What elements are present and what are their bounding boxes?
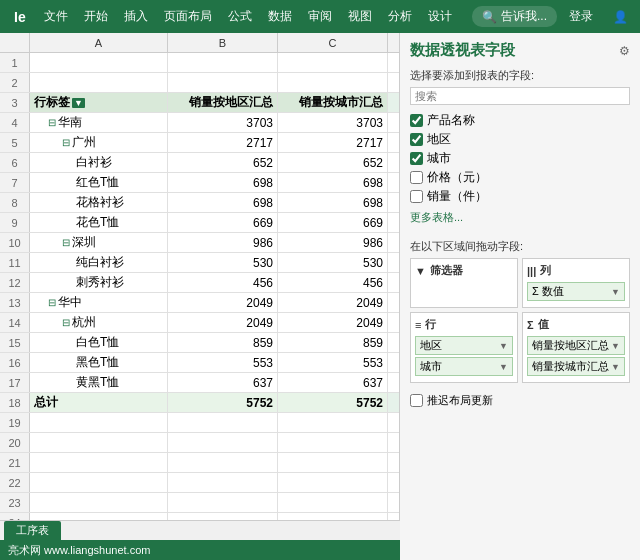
cell-a[interactable] <box>30 453 168 472</box>
fields-search-input[interactable] <box>410 87 630 105</box>
cell-b[interactable]: 652 <box>168 153 278 172</box>
cell-b[interactable]: 2049 <box>168 313 278 332</box>
cell-b[interactable]: 859 <box>168 333 278 352</box>
filter-button[interactable]: ▼ <box>72 98 85 108</box>
gear-icon[interactable]: ⚙ <box>619 44 630 58</box>
dropdown-arrow-icon[interactable]: ▼ <box>611 341 620 351</box>
user-icon[interactable]: 👤 <box>605 10 636 24</box>
cell-a[interactable]: 花格衬衫 <box>30 193 168 212</box>
cell-b[interactable]: 553 <box>168 353 278 372</box>
cell-a[interactable] <box>30 73 168 92</box>
cell-c[interactable]: 2049 <box>278 313 388 332</box>
cell-b[interactable] <box>168 53 278 72</box>
cell-b[interactable] <box>168 413 278 432</box>
cell-a[interactable]: 白衬衫 <box>30 153 168 172</box>
menu-file[interactable]: 文件 <box>36 0 76 33</box>
cell-c[interactable]: 5752 <box>278 393 388 412</box>
cell-c[interactable] <box>278 473 388 492</box>
cell-a[interactable]: 红色T恤 <box>30 173 168 192</box>
cell-c[interactable]: 530 <box>278 253 388 272</box>
cell-b[interactable] <box>168 493 278 512</box>
cell-a[interactable] <box>30 493 168 512</box>
cell-c[interactable] <box>278 53 388 72</box>
cell-b[interactable]: 698 <box>168 173 278 192</box>
cell-b[interactable]: 637 <box>168 373 278 392</box>
menu-layout[interactable]: 页面布局 <box>156 0 220 33</box>
drag-zone-item[interactable]: 城市▼ <box>415 357 513 376</box>
cell-c[interactable]: 698 <box>278 173 388 192</box>
cell-a[interactable]: ⊟华南 <box>30 113 168 132</box>
drag-zone-item[interactable]: Σ 数值▼ <box>527 282 625 301</box>
more-tables-link[interactable]: 更多表格... <box>410 210 630 225</box>
dropdown-arrow-icon[interactable]: ▼ <box>611 362 620 372</box>
drag-zone-rows[interactable]: ≡行地区▼城市▼ <box>410 312 518 383</box>
drag-zone-values[interactable]: Σ值销量按地区汇总▼销量按城市汇总▼ <box>522 312 630 383</box>
cell-b[interactable]: 2049 <box>168 293 278 312</box>
cell-b[interactable]: 698 <box>168 193 278 212</box>
cell-b[interactable]: 2717 <box>168 133 278 152</box>
cell-a[interactable]: ⊟杭州 <box>30 313 168 332</box>
field-checkbox[interactable] <box>410 171 423 184</box>
collapse-btn[interactable]: ⊟ <box>62 137 70 148</box>
cell-c[interactable] <box>278 493 388 512</box>
cell-a[interactable]: 黄黑T恤 <box>30 373 168 392</box>
dropdown-arrow-icon[interactable]: ▼ <box>499 341 508 351</box>
cell-b[interactable]: 669 <box>168 213 278 232</box>
cell-a[interactable]: 行标签 ▼ <box>30 93 168 112</box>
cell-a[interactable]: 总计 <box>30 393 168 412</box>
menu-formula[interactable]: 公式 <box>220 0 260 33</box>
cell-a[interactable]: 纯白衬衫 <box>30 253 168 272</box>
cell-c[interactable] <box>278 73 388 92</box>
cell-a[interactable]: ⊟华中 <box>30 293 168 312</box>
cell-a[interactable]: 黑色T恤 <box>30 353 168 372</box>
cell-a[interactable] <box>30 413 168 432</box>
menu-design[interactable]: 设计 <box>420 0 460 33</box>
field-checkbox[interactable] <box>410 133 423 146</box>
cell-c[interactable]: 3703 <box>278 113 388 132</box>
field-checkbox[interactable] <box>410 114 423 127</box>
cell-a[interactable]: 刺秀衬衫 <box>30 273 168 292</box>
cell-c[interactable]: 698 <box>278 193 388 212</box>
cell-a[interactable]: 白色T恤 <box>30 333 168 352</box>
menu-data[interactable]: 数据 <box>260 0 300 33</box>
menu-view[interactable]: 视图 <box>340 0 380 33</box>
cell-c[interactable]: 859 <box>278 333 388 352</box>
cell-a[interactable] <box>30 433 168 452</box>
sheet-tab[interactable]: 工序表 <box>4 521 61 540</box>
menu-analysis[interactable]: 分析 <box>380 0 420 33</box>
cell-c[interactable]: 销量按城市汇总 <box>278 93 388 112</box>
cell-a[interactable]: 花色T恤 <box>30 213 168 232</box>
login-button[interactable]: 登录 <box>561 8 601 25</box>
dropdown-arrow-icon[interactable]: ▼ <box>611 287 620 297</box>
cell-c[interactable]: 637 <box>278 373 388 392</box>
menu-home[interactable]: 开始 <box>76 0 116 33</box>
cell-b[interactable] <box>168 433 278 452</box>
cell-a[interactable]: ⊟深圳 <box>30 233 168 252</box>
drag-zone-item[interactable]: 销量按城市汇总▼ <box>527 357 625 376</box>
cell-c[interactable] <box>278 453 388 472</box>
drag-zone-filter[interactable]: ▼筛选器 <box>410 258 518 308</box>
cell-c[interactable]: 456 <box>278 273 388 292</box>
field-checkbox[interactable] <box>410 190 423 203</box>
drag-zone-item[interactable]: 地区▼ <box>415 336 513 355</box>
cell-b[interactable]: 3703 <box>168 113 278 132</box>
cell-b[interactable] <box>168 453 278 472</box>
cell-b[interactable]: 销量按地区汇总 <box>168 93 278 112</box>
cell-b[interactable]: 456 <box>168 273 278 292</box>
cell-b[interactable]: 5752 <box>168 393 278 412</box>
collapse-btn[interactable]: ⊟ <box>48 117 56 128</box>
cell-c[interactable] <box>278 433 388 452</box>
cell-b[interactable] <box>168 73 278 92</box>
cell-b[interactable] <box>168 473 278 492</box>
menu-insert[interactable]: 插入 <box>116 0 156 33</box>
cell-c[interactable] <box>278 413 388 432</box>
collapse-btn[interactable]: ⊟ <box>62 237 70 248</box>
cell-b[interactable]: 530 <box>168 253 278 272</box>
defer-update-checkbox[interactable] <box>410 394 423 407</box>
dropdown-arrow-icon[interactable]: ▼ <box>499 362 508 372</box>
tell-me-box[interactable]: 🔍 告诉我... <box>472 6 557 27</box>
cell-a[interactable]: ⊟广州 <box>30 133 168 152</box>
drag-zone-item[interactable]: 销量按地区汇总▼ <box>527 336 625 355</box>
cell-c[interactable]: 2717 <box>278 133 388 152</box>
cell-c[interactable]: 669 <box>278 213 388 232</box>
